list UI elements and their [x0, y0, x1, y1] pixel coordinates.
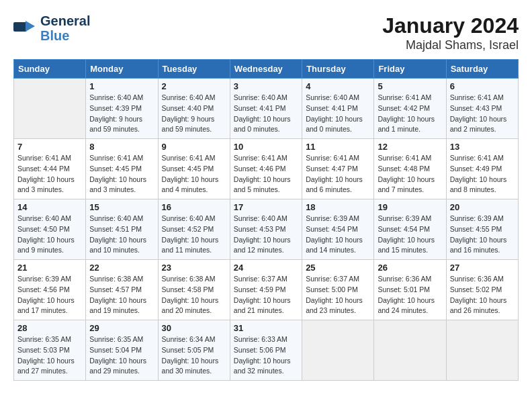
calendar-cell: 3Sunrise: 6:40 AM Sunset: 4:41 PM Daylig…: [230, 79, 302, 139]
day-number: 12: [378, 142, 442, 152]
calendar-subtitle: Majdal Shams, Israel: [382, 38, 519, 52]
calendar-cell: 17Sunrise: 6:40 AM Sunset: 4:53 PM Dayli…: [230, 199, 302, 260]
calendar-cell: 22Sunrise: 6:38 AM Sunset: 4:57 PM Dayli…: [86, 260, 158, 320]
day-number: 20: [450, 202, 515, 212]
day-number: 2: [162, 81, 226, 91]
weekday-header-monday: Monday: [86, 60, 158, 79]
calendar-cell: 13Sunrise: 6:41 AM Sunset: 4:49 PM Dayli…: [446, 139, 518, 199]
calendar-cell: 29Sunrise: 6:35 AM Sunset: 5:04 PM Dayli…: [86, 320, 158, 381]
day-info: Sunrise: 6:40 AM Sunset: 4:50 PM Dayligh…: [17, 214, 82, 256]
day-info: Sunrise: 6:36 AM Sunset: 5:02 PM Dayligh…: [450, 274, 515, 316]
day-info: Sunrise: 6:39 AM Sunset: 4:55 PM Dayligh…: [450, 214, 515, 256]
day-info: Sunrise: 6:36 AM Sunset: 5:01 PM Dayligh…: [378, 274, 442, 316]
day-number: 21: [17, 263, 82, 273]
calendar-cell: 28Sunrise: 6:35 AM Sunset: 5:03 PM Dayli…: [14, 320, 86, 381]
svg-marker-1: [26, 21, 35, 32]
day-number: 30: [162, 323, 226, 333]
day-number: 9: [162, 142, 226, 152]
calendar-cell: 12Sunrise: 6:41 AM Sunset: 4:48 PM Dayli…: [374, 139, 446, 199]
day-number: 17: [234, 202, 298, 212]
page-header: General Blue January 2024 Majdal Shams, …: [13, 13, 519, 52]
day-info: Sunrise: 6:33 AM Sunset: 5:06 PM Dayligh…: [234, 334, 298, 377]
calendar-cell: 25Sunrise: 6:37 AM Sunset: 5:00 PM Dayli…: [302, 260, 374, 320]
day-number: 1: [89, 81, 154, 91]
calendar-cell: 30Sunrise: 6:34 AM Sunset: 5:05 PM Dayli…: [158, 320, 230, 381]
calendar-cell: 18Sunrise: 6:39 AM Sunset: 4:54 PM Dayli…: [302, 199, 374, 260]
calendar-cell: 10Sunrise: 6:41 AM Sunset: 4:46 PM Dayli…: [230, 139, 302, 199]
day-number: 24: [234, 263, 298, 273]
day-info: Sunrise: 6:35 AM Sunset: 5:03 PM Dayligh…: [17, 334, 82, 377]
day-number: 19: [378, 202, 442, 212]
calendar-week-row: 28Sunrise: 6:35 AM Sunset: 5:03 PM Dayli…: [14, 320, 519, 381]
day-info: Sunrise: 6:39 AM Sunset: 4:54 PM Dayligh…: [306, 214, 370, 256]
calendar-cell: 14Sunrise: 6:40 AM Sunset: 4:50 PM Dayli…: [14, 199, 86, 260]
day-info: Sunrise: 6:40 AM Sunset: 4:41 PM Dayligh…: [306, 93, 370, 135]
day-number: 13: [450, 142, 515, 152]
day-info: Sunrise: 6:41 AM Sunset: 4:48 PM Dayligh…: [378, 153, 442, 195]
day-info: Sunrise: 6:41 AM Sunset: 4:42 PM Dayligh…: [378, 93, 442, 135]
weekday-header-wednesday: Wednesday: [230, 60, 302, 79]
day-number: 14: [17, 202, 82, 212]
calendar-cell: 6Sunrise: 6:41 AM Sunset: 4:43 PM Daylig…: [446, 79, 518, 139]
day-info: Sunrise: 6:38 AM Sunset: 4:58 PM Dayligh…: [162, 274, 226, 316]
day-info: Sunrise: 6:34 AM Sunset: 5:05 PM Dayligh…: [162, 334, 226, 377]
day-number: 3: [234, 81, 298, 91]
day-info: Sunrise: 6:40 AM Sunset: 4:51 PM Dayligh…: [89, 214, 154, 256]
calendar-cell: [14, 79, 86, 139]
day-info: Sunrise: 6:40 AM Sunset: 4:39 PM Dayligh…: [89, 93, 154, 135]
weekday-header-tuesday: Tuesday: [158, 60, 230, 79]
day-info: Sunrise: 6:37 AM Sunset: 4:59 PM Dayligh…: [234, 274, 298, 316]
title-block: January 2024 Majdal Shams, Israel: [382, 13, 519, 52]
day-info: Sunrise: 6:39 AM Sunset: 4:54 PM Dayligh…: [378, 214, 442, 256]
calendar-cell: 24Sunrise: 6:37 AM Sunset: 4:59 PM Dayli…: [230, 260, 302, 320]
calendar-cell: 21Sunrise: 6:39 AM Sunset: 4:56 PM Dayli…: [14, 260, 86, 320]
day-number: 7: [17, 142, 82, 152]
calendar-cell: 11Sunrise: 6:41 AM Sunset: 4:47 PM Dayli…: [302, 139, 374, 199]
calendar-cell: 20Sunrise: 6:39 AM Sunset: 4:55 PM Dayli…: [446, 199, 518, 260]
calendar-cell: 26Sunrise: 6:36 AM Sunset: 5:01 PM Dayli…: [374, 260, 446, 320]
day-info: Sunrise: 6:41 AM Sunset: 4:43 PM Dayligh…: [450, 93, 515, 135]
day-number: 8: [89, 142, 154, 152]
day-info: Sunrise: 6:38 AM Sunset: 4:57 PM Dayligh…: [89, 274, 154, 316]
calendar-week-row: 7Sunrise: 6:41 AM Sunset: 4:44 PM Daylig…: [14, 139, 519, 199]
calendar-header-row: SundayMondayTuesdayWednesdayThursdayFrid…: [14, 60, 519, 79]
day-info: Sunrise: 6:41 AM Sunset: 4:49 PM Dayligh…: [450, 153, 515, 195]
calendar-cell: [302, 320, 374, 381]
day-info: Sunrise: 6:41 AM Sunset: 4:46 PM Dayligh…: [234, 153, 298, 195]
calendar-week-row: 14Sunrise: 6:40 AM Sunset: 4:50 PM Dayli…: [14, 199, 519, 260]
weekday-header-friday: Friday: [374, 60, 446, 79]
calendar-cell: 7Sunrise: 6:41 AM Sunset: 4:44 PM Daylig…: [14, 139, 86, 199]
day-number: 29: [89, 323, 154, 333]
day-info: Sunrise: 6:35 AM Sunset: 5:04 PM Dayligh…: [89, 334, 154, 377]
weekday-header-saturday: Saturday: [446, 60, 518, 79]
calendar-cell: [374, 320, 446, 381]
calendar-cell: 23Sunrise: 6:38 AM Sunset: 4:58 PM Dayli…: [158, 260, 230, 320]
day-number: 25: [306, 263, 370, 273]
calendar-cell: 9Sunrise: 6:41 AM Sunset: 4:45 PM Daylig…: [158, 139, 230, 199]
day-info: Sunrise: 6:41 AM Sunset: 4:45 PM Dayligh…: [89, 153, 154, 195]
calendar-cell: 15Sunrise: 6:40 AM Sunset: 4:51 PM Dayli…: [86, 199, 158, 260]
day-number: 27: [450, 263, 515, 273]
calendar-cell: 2Sunrise: 6:40 AM Sunset: 4:40 PM Daylig…: [158, 79, 230, 139]
day-info: Sunrise: 6:37 AM Sunset: 5:00 PM Dayligh…: [306, 274, 370, 316]
day-info: Sunrise: 6:40 AM Sunset: 4:52 PM Dayligh…: [162, 214, 226, 256]
day-info: Sunrise: 6:39 AM Sunset: 4:56 PM Dayligh…: [17, 274, 82, 316]
day-info: Sunrise: 6:41 AM Sunset: 4:44 PM Dayligh…: [17, 153, 82, 195]
calendar-cell: 19Sunrise: 6:39 AM Sunset: 4:54 PM Dayli…: [374, 199, 446, 260]
day-number: 28: [17, 323, 82, 333]
calendar-cell: [446, 320, 518, 381]
day-number: 22: [89, 263, 154, 273]
day-info: Sunrise: 6:41 AM Sunset: 4:47 PM Dayligh…: [306, 153, 370, 195]
calendar-table: SundayMondayTuesdayWednesdayThursdayFrid…: [13, 59, 519, 381]
svg-rect-0: [13, 22, 27, 32]
logo: General Blue: [13, 13, 90, 43]
day-number: 10: [234, 142, 298, 152]
day-info: Sunrise: 6:40 AM Sunset: 4:40 PM Dayligh…: [162, 93, 226, 135]
calendar-cell: 8Sunrise: 6:41 AM Sunset: 4:45 PM Daylig…: [86, 139, 158, 199]
day-number: 6: [450, 81, 515, 91]
weekday-header-thursday: Thursday: [302, 60, 374, 79]
calendar-week-row: 1Sunrise: 6:40 AM Sunset: 4:39 PM Daylig…: [14, 79, 519, 139]
day-number: 15: [89, 202, 154, 212]
day-info: Sunrise: 6:40 AM Sunset: 4:41 PM Dayligh…: [234, 93, 298, 135]
day-number: 23: [162, 263, 226, 273]
